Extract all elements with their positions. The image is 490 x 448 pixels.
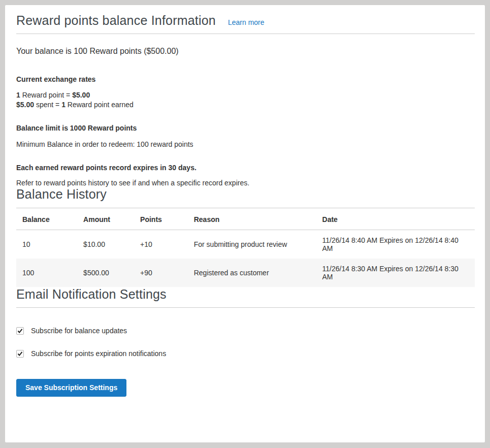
exchange-rate-lines: 1 Reward point = $5.00 $5.00 spent = 1 R… [16, 90, 475, 110]
rate-points-value: 1 [16, 91, 20, 99]
column-header-date: Date [316, 208, 475, 230]
rate-point-to-money: 1 Reward point = $5.00 [16, 90, 475, 100]
points-expiration-option: Subscribe for points expiration notifica… [16, 349, 475, 358]
cell-balance: 10 [16, 230, 77, 259]
cell-balance: 100 [16, 259, 77, 287]
checkbox-label: Subscribe for balance updates [31, 327, 127, 335]
balance-history-table: Balance Amount Points Reason Date 10 $10… [16, 208, 475, 287]
reward-points-card: Reward points balance Information Learn … [5, 5, 485, 442]
column-header-reason: Reason [188, 208, 316, 230]
learn-more-link[interactable]: Learn more [228, 18, 265, 26]
cell-amount: $10.00 [77, 230, 134, 259]
checkmark-icon [17, 328, 23, 334]
rate-money-to-point: $5.00 spent = 1 Reward point earned [16, 100, 475, 110]
column-header-balance: Balance [16, 208, 77, 230]
balance-updates-checkbox[interactable] [16, 327, 24, 335]
page-title: Reward points balance Information [16, 13, 216, 28]
checkmark-icon [17, 351, 23, 357]
cell-date: 11/26/14 8:40 AM Expires on 12/26/14 8:4… [316, 230, 475, 259]
cell-points: +90 [134, 259, 188, 287]
cell-amount: $500.00 [77, 259, 134, 287]
page-header: Reward points balance Information Learn … [16, 13, 475, 28]
exchange-rates-heading: Current exchange rates [16, 75, 475, 83]
balance-limit-text: Balance limit is 1000 Reward points [16, 124, 475, 132]
minimum-balance-text: Minimum Balance in order to redeem: 100 … [16, 140, 475, 148]
balance-updates-option: Subscribe for balance updates [16, 327, 475, 335]
spend-tail-text: Reward point earned [66, 101, 134, 109]
cell-reason: Registered as customer [188, 259, 316, 287]
checkbox-label: Subscribe for points expiration notifica… [31, 349, 166, 358]
column-header-amount: Amount [77, 208, 134, 230]
column-header-points: Points [134, 208, 188, 230]
spend-amount-value: $5.00 [16, 101, 34, 109]
email-settings-title: Email Notification Settings [16, 287, 475, 302]
balance-history-title: Balance History [16, 187, 475, 202]
spend-points-value: 1 [61, 101, 66, 109]
email-settings-divider [16, 307, 475, 308]
points-expiration-checkbox[interactable] [16, 350, 24, 358]
cell-reason: For submitting product review [188, 230, 316, 259]
balance-summary: Your balance is 100 Reward points ($500.… [16, 47, 475, 56]
header-divider [16, 34, 475, 34]
table-header-row: Balance Amount Points Reason Date [16, 208, 475, 230]
cell-date: 11/26/14 8:30 AM Expires on 12/26/14 8:3… [316, 259, 475, 287]
spend-middle-text: spent = [34, 101, 61, 109]
expiration-hint: Refer to reward points history to see if… [16, 179, 475, 187]
expiration-notice: Each earned reward points record expires… [16, 164, 475, 172]
save-subscription-button[interactable]: Save Subscription Settings [16, 379, 126, 397]
table-row: 10 $10.00 +10 For submitting product rev… [16, 230, 475, 259]
rate-middle-text: Reward point = [20, 91, 72, 99]
cell-points: +10 [134, 230, 188, 259]
table-row: 100 $500.00 +90 Registered as customer 1… [16, 259, 475, 287]
rate-amount-value: $5.00 [72, 91, 90, 99]
